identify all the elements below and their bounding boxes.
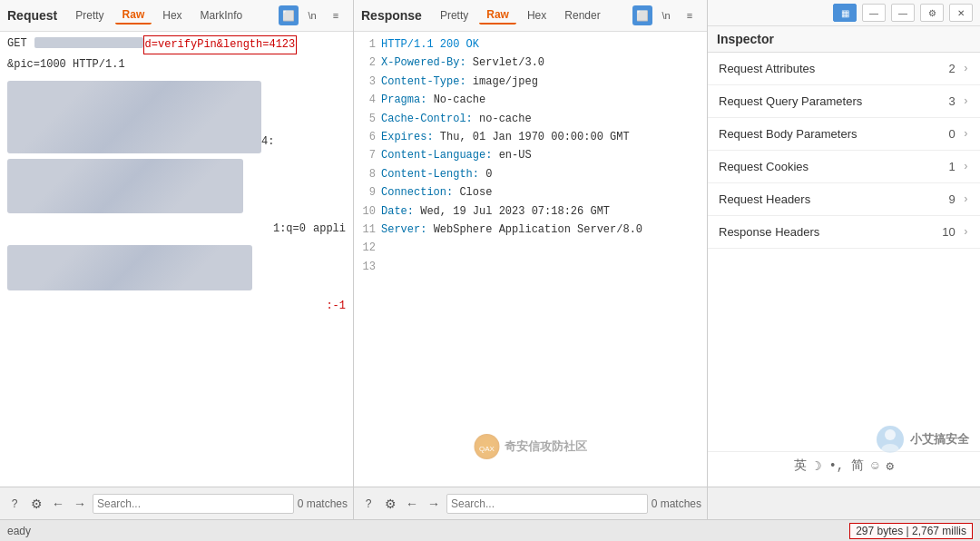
inspector-row[interactable]: Response Headers10› xyxy=(708,216,980,249)
request-line-appli: appli xyxy=(313,221,346,238)
inspector-row[interactable]: Request Headers9› xyxy=(708,183,980,216)
response-body: 1HTTP/1.1 200 OK2X-Powered-By: Servlet/3… xyxy=(361,35,700,276)
tab-hex-response[interactable]: Hex xyxy=(520,7,554,24)
request-content-area: GET d=verifyPin&length=4123 &pic=1000 HT… xyxy=(0,32,353,487)
inspector-row[interactable]: Request Query Parameters3› xyxy=(708,85,980,118)
request-matches: 0 matches xyxy=(298,497,348,510)
wrap-icon-response[interactable]: \n xyxy=(656,5,676,25)
help-icon-response[interactable]: ? xyxy=(359,495,377,513)
line-text: Pragma: No-cache xyxy=(381,91,485,109)
search-input-request[interactable] xyxy=(93,494,294,514)
response-line: 5Cache-Control: no-cache xyxy=(361,110,700,128)
inspector-row-count: 3 xyxy=(949,94,956,108)
ime-zh[interactable]: 简 xyxy=(851,457,864,474)
ime-en[interactable]: 英 xyxy=(794,457,807,474)
blurred-block-1 xyxy=(7,81,261,153)
line-number: 2 xyxy=(361,54,376,72)
inspector-row-right: 0› xyxy=(949,127,969,141)
request-line-1: GET d=verifyPin&length=4123 xyxy=(7,35,346,54)
line-text: HTTP/1.1 200 OK xyxy=(381,35,479,54)
search-input-response[interactable] xyxy=(446,494,648,514)
inspector-row[interactable]: Request Cookies1› xyxy=(708,151,980,183)
request-minus1-area: :-1 xyxy=(7,298,346,315)
chevron-right-icon: › xyxy=(963,193,969,206)
line-text: Server: WebSphere Application Server/8.0 xyxy=(381,221,642,239)
chevron-right-icon: › xyxy=(963,128,969,141)
response-line: 6Expires: Thu, 01 Jan 1970 00:00:00 GMT xyxy=(361,128,700,146)
response-line: 2X-Powered-By: Servlet/3.0 xyxy=(361,54,700,72)
line-number: 9 xyxy=(361,183,376,202)
request-pic-param: &pic=1000 HTTP/1.1 xyxy=(7,58,125,71)
inspector-header: Inspector xyxy=(708,26,980,53)
inspector-tab-icon-2[interactable]: — xyxy=(862,4,886,22)
inspector-tab-icon-5[interactable]: ✕ xyxy=(949,4,973,22)
tab-markinfo-request[interactable]: MarkInfo xyxy=(193,7,250,24)
inspector-row-label: Response Headers xyxy=(719,225,819,239)
gear-icon-response[interactable]: ⚙ xyxy=(381,495,399,513)
copy-icon-response[interactable]: ⬜ xyxy=(632,5,652,25)
watermark-label: 奇安信攻防社区 xyxy=(505,438,587,455)
inspector-row-right: 1› xyxy=(949,160,969,173)
inspector-row-count: 9 xyxy=(949,192,956,206)
url-highlighted: d=verifyPin&length=4123 xyxy=(143,35,298,54)
response-matches: 0 matches xyxy=(652,497,701,510)
response-line: 7Content-Language: en-US xyxy=(361,146,700,164)
line-number: 1 xyxy=(361,35,376,54)
ime-settings[interactable]: ⚙ xyxy=(887,458,894,474)
menu-icon-response[interactable]: ≡ xyxy=(680,5,700,25)
svg-text:QAX: QAX xyxy=(479,445,495,453)
inspector-tab-icon-3[interactable]: — xyxy=(891,4,915,22)
line-number: 7 xyxy=(361,146,376,164)
forward-icon-request[interactable]: → xyxy=(71,495,89,513)
inspector-tab-icon-4[interactable]: ⚙ xyxy=(920,4,944,22)
blurred-block-2 xyxy=(7,159,243,213)
ime-emoji[interactable]: ☺ xyxy=(871,458,878,473)
request-line-1q: 1:q=0 xyxy=(273,221,306,238)
tab-render-response[interactable]: Render xyxy=(557,7,607,24)
http-method: GET xyxy=(7,35,27,54)
request-line-4: 4: xyxy=(261,133,346,151)
request-title: Request xyxy=(7,8,57,23)
response-watermark: QAX 奇安信攻防社区 xyxy=(474,434,587,459)
inspector-title: Inspector xyxy=(717,32,774,46)
back-icon-request[interactable]: ← xyxy=(49,495,67,513)
copy-icon-request[interactable]: ⬜ xyxy=(279,5,299,25)
gear-icon-request[interactable]: ⚙ xyxy=(27,495,45,513)
status-bar: eady 297 bytes | 2,767 millis xyxy=(0,519,980,541)
tab-raw-request[interactable]: Raw xyxy=(115,6,152,25)
response-title: Response xyxy=(361,8,422,23)
inspector-row[interactable]: Request Attributes2› xyxy=(708,53,980,85)
line-number: 5 xyxy=(361,110,376,128)
back-icon-response[interactable]: ← xyxy=(403,495,421,513)
wrap-icon-request[interactable]: \n xyxy=(302,5,322,25)
tab-raw-response[interactable]: Raw xyxy=(479,6,516,25)
inspector-row-count: 1 xyxy=(949,160,956,173)
tab-hex-request[interactable]: Hex xyxy=(155,7,189,24)
tab-pretty-request[interactable]: Pretty xyxy=(68,7,111,24)
request-search-section: ? ⚙ ← → 0 matches xyxy=(0,487,354,519)
line-number: 11 xyxy=(361,221,376,239)
ime-dot[interactable]: •, xyxy=(828,458,844,473)
line-number: 13 xyxy=(361,258,376,276)
status-left: eady xyxy=(7,525,31,537)
forward-icon-response[interactable]: → xyxy=(425,495,443,513)
inspector-row-label: Request Query Parameters xyxy=(719,94,862,108)
request-header: Request Pretty Raw Hex MarkInfo ⬜ \n ≡ xyxy=(0,0,353,32)
line-text: Content-Language: en-US xyxy=(381,146,532,164)
request-params-area: 1:q=0 appli xyxy=(7,221,346,238)
inspector-row[interactable]: Request Body Parameters0› xyxy=(708,118,980,151)
menu-icon-request[interactable]: ≡ xyxy=(326,5,346,25)
ime-moon[interactable]: ☽ xyxy=(814,458,821,474)
line-text: Cache-Control: no-cache xyxy=(381,110,532,128)
tab-pretty-response[interactable]: Pretty xyxy=(433,7,475,24)
inspector-tab-icon-1[interactable]: ▦ xyxy=(833,4,857,22)
inspector-bottom: 英 ☽ •, 简 ☺ ⚙ xyxy=(708,266,980,487)
url-hidden-part xyxy=(34,35,143,54)
help-icon-request[interactable]: ? xyxy=(5,495,24,513)
inspector-row-label: Request Cookies xyxy=(719,160,808,173)
line-text: X-Powered-By: Servlet/3.0 xyxy=(381,54,544,72)
inspector-row-count: 0 xyxy=(949,127,956,141)
inspector-row-right: 9› xyxy=(949,192,969,206)
bottom-bar: ? ⚙ ← → 0 matches ? ⚙ ← → 0 matches xyxy=(0,487,980,519)
request-actions: ⬜ \n ≡ xyxy=(279,5,346,25)
